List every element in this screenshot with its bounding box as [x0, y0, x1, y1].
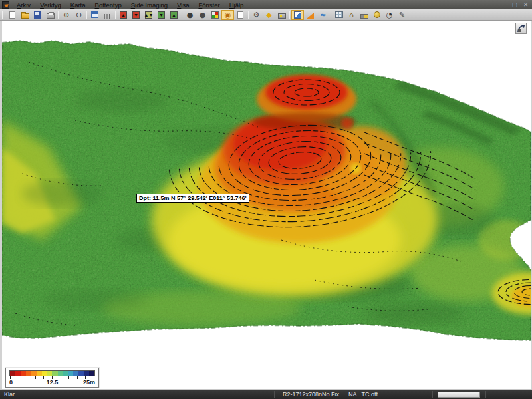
grid-table-icon: [335, 11, 343, 18]
toolbar-separator: [58, 11, 59, 19]
marker-badge-icon: ◆: [265, 11, 274, 19]
menu-item-fönster[interactable]: Fönster: [194, 1, 224, 9]
minimize-button[interactable]: –: [503, 1, 506, 9]
blank-page-icon: [237, 11, 243, 19]
globe-view-icon: ◉: [223, 11, 233, 19]
app-icon: [2, 1, 9, 9]
status-progress-box: [438, 392, 480, 398]
depth-range-icon: [145, 11, 152, 19]
toolbar-separator: [86, 11, 87, 19]
map-viewport: Dpt: 11.5m N 57° 29.542' E011° 53.746' 0…: [0, 21, 532, 389]
menu-items: ArkivVerktygKartaBottentypSide ImagingVi…: [12, 1, 248, 9]
split-view-icon: [294, 11, 301, 19]
toolbar-button-histogram[interactable]: [101, 10, 114, 20]
toolbar-button-buoy[interactable]: [370, 10, 383, 20]
depth-tooltip: Dpt: 11.5m N 57° 29.542' E011° 53.746': [136, 194, 249, 203]
maximize-button[interactable]: ▢: [512, 1, 517, 9]
toolbar-separator: [182, 11, 182, 19]
zoom-out-icon: ⊖: [74, 11, 84, 19]
statusbar: Klar R2-1712x708nNo Fix NA TC off: [0, 389, 532, 399]
toolbar-button-vessel[interactable]: [358, 10, 370, 20]
status-center: R2-1712x708nNo Fix NA TC off: [283, 391, 378, 398]
legend-mid-label: 12.5: [38, 379, 67, 386]
map-window-icon: [91, 11, 98, 18]
terrain-3d-icon: [307, 13, 314, 19]
compass-button[interactable]: [515, 23, 527, 34]
depth-deep-up-icon: [170, 11, 178, 19]
bathymetry-3d-view[interactable]: [2, 21, 531, 388]
sonar-unit-icon: [278, 13, 286, 19]
home-icon: ⌂: [347, 11, 356, 19]
status-gps: NA: [348, 391, 357, 398]
waves-icon: ≈: [319, 11, 328, 19]
depth-shallow-up-icon: [120, 11, 127, 19]
toolbar-button-edit-pencil[interactable]: ✎: [396, 10, 408, 20]
toolbar-button-terrain-3d[interactable]: [304, 10, 317, 20]
toolbar-button-clock[interactable]: ◔: [383, 10, 396, 20]
menu-item-side-imaging[interactable]: Side Imaging: [126, 1, 172, 9]
toolbar-button-globe-view[interactable]: ◉: [221, 10, 234, 20]
toolbar-button-record-b[interactable]: ●: [196, 10, 209, 20]
vessel-icon: [360, 14, 368, 19]
menu-item-hjälp[interactable]: Hjälp: [225, 1, 249, 9]
close-button[interactable]: ✕: [523, 1, 528, 9]
toolbar-separator: [115, 11, 116, 19]
toolbar-button-map-window[interactable]: [88, 10, 101, 20]
toolbar-separator: [331, 11, 331, 19]
print-icon: [47, 13, 55, 19]
toolbar-button-depth-shallow-up[interactable]: [117, 10, 130, 20]
toolbar-button-record-a[interactable]: ●: [184, 10, 196, 20]
menu-item-karta[interactable]: Karta: [66, 1, 90, 9]
histogram-icon: [104, 14, 105, 19]
menu-item-bottentyp[interactable]: Bottentyp: [90, 1, 126, 9]
window-controls: –▢✕: [503, 1, 532, 9]
toolbar-button-marker-badge[interactable]: ◆: [263, 10, 275, 20]
toolbar-separator: [248, 11, 249, 19]
menu-item-arkiv[interactable]: Arkiv: [12, 1, 35, 9]
toolbar-button-depth-shallow-down[interactable]: [130, 10, 142, 20]
toolbar-button-zoom-in[interactable]: ⊕: [60, 10, 72, 20]
save-icon: [34, 11, 41, 19]
toolbar: ⊕⊖●●◉⚙◆≈⌂◔✎: [0, 9, 532, 21]
new-file-icon: [9, 11, 15, 19]
toolbar-buttons: ⊕⊖●●◉⚙◆≈⌂◔✎: [6, 10, 408, 20]
toolbar-button-waves[interactable]: ≈: [317, 10, 329, 20]
toolbar-button-blank-page[interactable]: [234, 10, 247, 20]
toolbar-button-color-mode[interactable]: [209, 10, 221, 20]
toolbar-button-print[interactable]: [44, 10, 57, 20]
toolbar-button-depth-deep-down[interactable]: [155, 10, 168, 20]
toolbar-button-grid-table[interactable]: [332, 10, 345, 20]
status-ready: Klar: [0, 391, 15, 398]
depth-deep-down-icon: [158, 11, 165, 19]
toolbar-button-sonar-unit[interactable]: [275, 10, 288, 20]
record-a-icon: ●: [186, 11, 195, 19]
menu-item-visa[interactable]: Visa: [172, 1, 194, 9]
menu-item-verktyg[interactable]: Verktyg: [35, 1, 66, 9]
toolbar-button-split-view[interactable]: [291, 10, 304, 20]
toolbar-button-depth-range[interactable]: [142, 10, 155, 20]
app-window: ArkivVerktygKartaBottentypSide ImagingVi…: [0, 0, 532, 399]
toolbar-button-save[interactable]: [31, 10, 44, 20]
toolbar-button-depth-deep-up[interactable]: [168, 10, 180, 20]
status-record: R2-1712x708n: [283, 391, 322, 398]
status-fix: No Fix: [322, 391, 339, 398]
open-folder-icon: [21, 13, 29, 19]
toolbar-button-zoom-out[interactable]: ⊖: [72, 10, 85, 20]
depth-legend: 0 12.5 25m: [5, 368, 99, 388]
compass-icon: [517, 25, 525, 33]
menubar: ArkivVerktygKartaBottentypSide ImagingVi…: [0, 0, 532, 9]
toolbar-button-open-folder[interactable]: [19, 10, 31, 20]
settings-gear-icon: ⚙: [252, 11, 261, 19]
legend-min-label: 0: [9, 379, 38, 386]
legend-max-label: 25m: [66, 379, 95, 386]
clock-icon: ◔: [385, 11, 394, 19]
toolbar-grip-icon[interactable]: [2, 11, 5, 19]
color-mode-icon: [211, 11, 219, 19]
toolbar-button-settings-gear[interactable]: ⚙: [250, 10, 263, 20]
toolbar-button-new-file[interactable]: [6, 10, 19, 20]
toolbar-separator: [289, 11, 290, 19]
toolbar-button-home[interactable]: ⌂: [345, 10, 358, 20]
depth-shallow-down-icon: [132, 11, 140, 19]
zoom-in-icon: ⊕: [62, 11, 71, 19]
record-b-icon: ●: [198, 11, 207, 19]
